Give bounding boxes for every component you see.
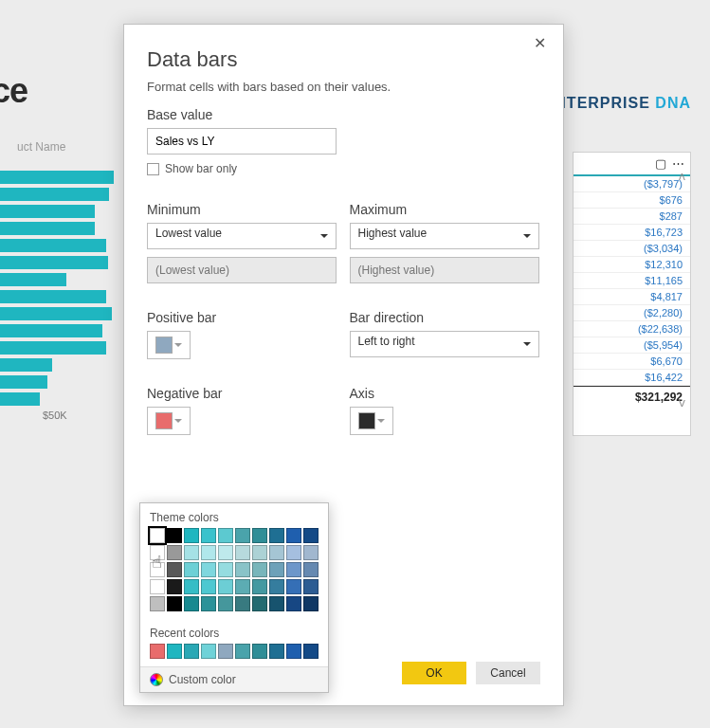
recent-color-swatch[interactable] [235, 644, 250, 659]
table-row: ($3,797) [573, 176, 690, 192]
recent-color-swatch[interactable] [150, 644, 165, 659]
background-table: ▢ ⋯ ᐱ ($3,797)$676$287$16,723($3,034)$12… [573, 152, 691, 436]
close-icon[interactable]: ✕ [528, 32, 552, 55]
theme-color-swatch[interactable] [235, 562, 250, 577]
theme-color-swatch[interactable] [218, 545, 233, 560]
theme-color-swatch[interactable] [252, 579, 267, 594]
theme-color-swatch[interactable] [167, 528, 182, 543]
bar [0, 307, 112, 320]
theme-color-swatch[interactable] [150, 545, 165, 560]
theme-color-swatch[interactable] [303, 562, 319, 577]
cancel-button[interactable]: Cancel [476, 662, 540, 684]
recent-color-swatch[interactable] [218, 644, 233, 659]
theme-color-swatch[interactable] [303, 545, 319, 560]
theme-color-swatch[interactable] [269, 528, 284, 543]
axis-color-swatch [358, 412, 375, 429]
theme-color-swatch[interactable] [252, 545, 267, 560]
focus-mode-icon[interactable]: ▢ [655, 156, 666, 171]
minimum-value-input [147, 257, 337, 283]
recent-color-swatch[interactable] [286, 644, 301, 659]
table-body: ($3,797)$676$287$16,723($3,034)$12,310$1… [573, 176, 690, 386]
theme-color-swatch[interactable] [269, 545, 284, 560]
recent-color-swatch[interactable] [201, 644, 216, 659]
bar [0, 205, 95, 218]
theme-color-swatch[interactable] [184, 528, 199, 543]
theme-color-swatch[interactable] [201, 596, 216, 611]
page-title-fragment: nce [0, 71, 27, 111]
bar [0, 171, 114, 184]
theme-color-swatch[interactable] [150, 528, 165, 543]
theme-color-swatch[interactable] [201, 562, 216, 577]
theme-color-swatch[interactable] [167, 562, 182, 577]
base-value-input[interactable] [147, 128, 337, 155]
theme-color-swatch[interactable] [201, 528, 216, 543]
theme-color-swatch[interactable] [303, 528, 319, 543]
theme-color-swatch[interactable] [269, 562, 284, 577]
theme-colors-grid[interactable] [140, 528, 328, 619]
theme-color-swatch[interactable] [184, 579, 199, 594]
theme-colors-label: Theme colors [140, 503, 328, 528]
recent-color-swatch[interactable] [269, 644, 284, 659]
theme-color-swatch[interactable] [150, 579, 165, 594]
theme-color-swatch[interactable] [252, 562, 267, 577]
axis-color-picker[interactable] [350, 407, 393, 435]
theme-color-swatch[interactable] [235, 596, 250, 611]
theme-color-swatch[interactable] [184, 545, 199, 560]
bar-direction-label: Bar direction [350, 310, 541, 325]
theme-color-swatch[interactable] [235, 545, 250, 560]
scroll-down-icon[interactable]: ᐯ [677, 398, 686, 409]
base-value-label: Base value [147, 107, 540, 122]
theme-color-swatch[interactable] [201, 579, 216, 594]
positive-bar-color-picker[interactable] [147, 331, 191, 359]
table-row: $12,310 [573, 257, 690, 273]
bar [0, 239, 106, 252]
theme-color-swatch[interactable] [218, 528, 233, 543]
theme-color-swatch[interactable] [286, 579, 301, 594]
theme-color-swatch[interactable] [167, 579, 182, 594]
recent-color-swatch[interactable] [252, 644, 267, 659]
theme-color-swatch[interactable] [286, 596, 301, 611]
negative-bar-color-picker[interactable] [147, 407, 191, 435]
theme-color-swatch[interactable] [167, 545, 182, 560]
recent-color-swatch[interactable] [184, 644, 199, 659]
theme-color-swatch[interactable] [201, 545, 216, 560]
theme-color-swatch[interactable] [286, 562, 301, 577]
theme-color-swatch[interactable] [286, 528, 301, 543]
theme-color-swatch[interactable] [235, 528, 250, 543]
bar [0, 256, 108, 269]
theme-color-swatch[interactable] [269, 579, 284, 594]
bar-direction-select[interactable]: Left to right [350, 331, 539, 357]
theme-color-swatch[interactable] [150, 562, 165, 577]
positive-bar-color-swatch [155, 337, 173, 354]
theme-color-swatch[interactable] [218, 562, 233, 577]
recent-colors-row[interactable] [140, 644, 328, 666]
theme-color-swatch[interactable] [150, 596, 165, 611]
theme-color-swatch[interactable] [286, 545, 301, 560]
theme-color-swatch[interactable] [235, 579, 250, 594]
more-icon[interactable]: ⋯ [672, 156, 684, 171]
maximum-label: Maximum [350, 202, 541, 217]
ok-button[interactable]: OK [402, 662, 466, 684]
theme-color-swatch[interactable] [218, 596, 233, 611]
show-bar-only-label: Show bar only [165, 162, 237, 175]
table-row: ($22,638) [573, 321, 690, 337]
table-row: $6,670 [573, 354, 690, 370]
theme-color-swatch[interactable] [167, 596, 182, 611]
recent-color-swatch[interactable] [303, 644, 319, 659]
theme-color-swatch[interactable] [252, 528, 267, 543]
theme-color-swatch[interactable] [303, 596, 319, 611]
theme-color-swatch[interactable] [269, 596, 284, 611]
theme-color-swatch[interactable] [303, 579, 319, 594]
theme-color-swatch[interactable] [252, 596, 267, 611]
color-picker-popover[interactable]: Theme colors Recent colors Custom color [139, 502, 329, 693]
custom-color-button[interactable]: Custom color [140, 666, 328, 692]
theme-color-swatch[interactable] [184, 596, 199, 611]
show-bar-only-checkbox[interactable] [147, 163, 159, 175]
theme-color-swatch[interactable] [218, 579, 233, 594]
recent-color-swatch[interactable] [167, 644, 182, 659]
theme-color-swatch[interactable] [184, 562, 199, 577]
maximum-select[interactable]: Highest value [350, 223, 539, 249]
minimum-select[interactable]: Lowest value [147, 223, 337, 249]
bar [0, 324, 102, 337]
scroll-up-icon[interactable]: ᐱ [677, 172, 686, 182]
